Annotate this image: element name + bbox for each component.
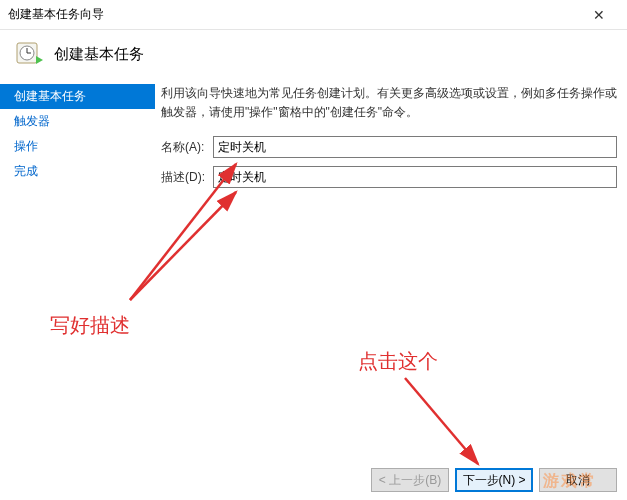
desc-label: 描述(D): [161, 169, 213, 186]
name-input[interactable] [213, 136, 617, 158]
page-title: 创建基本任务 [54, 45, 144, 64]
content-area: 创建基本任务 触发器 操作 完成 利用该向导快速地为常见任务创建计划。有关更多高… [0, 84, 627, 464]
name-label: 名称(A): [161, 139, 213, 156]
step-basic-task[interactable]: 创建基本任务 [0, 84, 155, 109]
step-action[interactable]: 操作 [0, 134, 155, 159]
cancel-button[interactable]: 取消 [539, 468, 617, 492]
close-icon[interactable]: ✕ [579, 7, 619, 23]
back-button: < 上一步(B) [371, 468, 449, 492]
step-finish[interactable]: 完成 [0, 159, 155, 184]
clock-wizard-icon [16, 40, 44, 68]
window-title: 创建基本任务向导 [8, 6, 579, 23]
intro-text: 利用该向导快速地为常见任务创建计划。有关更多高级选项或设置，例如多任务操作或触发… [161, 84, 617, 122]
desc-input[interactable] [213, 166, 617, 188]
footer-buttons: < 上一步(B) 下一步(N) > 取消 [371, 468, 617, 492]
svg-marker-4 [36, 56, 43, 64]
step-trigger[interactable]: 触发器 [0, 109, 155, 134]
main-panel: 利用该向导快速地为常见任务创建计划。有关更多高级选项或设置，例如多任务操作或触发… [155, 84, 627, 464]
wizard-header: 创建基本任务 [0, 30, 627, 84]
titlebar: 创建基本任务向导 ✕ [0, 0, 627, 30]
name-row: 名称(A): [161, 136, 617, 158]
wizard-steps: 创建基本任务 触发器 操作 完成 [0, 84, 155, 464]
next-button[interactable]: 下一步(N) > [455, 468, 533, 492]
desc-row: 描述(D): [161, 166, 617, 188]
